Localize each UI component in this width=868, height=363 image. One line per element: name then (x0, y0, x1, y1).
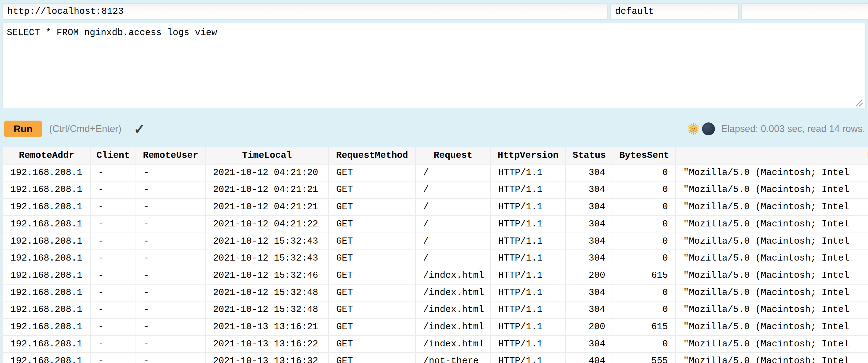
cell-remote-user: - (136, 181, 205, 198)
cell-client: - (90, 318, 136, 336)
cell-remote-user: - (136, 233, 205, 250)
cell-remote-user: - (136, 284, 205, 302)
cell-bytes-sent: 0 (613, 336, 676, 353)
cell-http-version: HTTP/1.1 (491, 216, 565, 233)
cell-status: 304 (565, 284, 613, 302)
cell-http-version: HTTP/1.1 (491, 198, 565, 216)
cell-remote-addr: 192.168.208.1 (3, 284, 90, 302)
new-moon-icon[interactable] (702, 122, 715, 135)
cell-remote-addr: 192.168.208.1 (3, 318, 90, 336)
cell-http-version: HTTP/1.1 (491, 250, 565, 267)
cell-time-local: 2021-10-12 15:32:46 (205, 267, 329, 284)
table-row: 192.168.208.1--2021-10-12 15:32:46GET/in… (3, 267, 868, 284)
cell-time-local: 2021-10-13 13:16:32 (205, 353, 329, 363)
cell-status: 304 (565, 198, 613, 216)
cell-request-method: GET (329, 198, 415, 216)
cell-status: 304 (565, 233, 613, 250)
cell-request-method: GET (329, 164, 415, 182)
cell-time-local: 2021-10-12 04:21:22 (205, 216, 329, 233)
cell-http-version: HTTP/1.1 (491, 233, 565, 250)
cell-status: 304 (565, 336, 613, 353)
column-header-status: Status (565, 147, 613, 164)
cell-status: 200 (565, 267, 613, 284)
cell-http-user-agent: "Mozilla/5.0 (Macintosh; Intel (676, 216, 868, 233)
cell-client: - (90, 336, 136, 353)
cell-request: /index.html (415, 301, 491, 318)
cell-request-method: GET (329, 250, 415, 267)
run-button[interactable]: Run (4, 120, 42, 137)
query-stats-text: Elapsed: 0.003 sec, read 14 rows. (721, 123, 865, 134)
cell-remote-addr: 192.168.208.1 (3, 164, 90, 182)
status-group: Elapsed: 0.003 sec, read 14 rows. (688, 120, 865, 137)
cell-http-version: HTTP/1.1 (491, 267, 565, 284)
cell-time-local: 2021-10-12 15:32:48 (205, 284, 329, 302)
cell-request: / (415, 164, 491, 182)
query-textarea[interactable]: SELECT * FROM nginxdb.access_logs_view (2, 23, 866, 108)
cell-http-user-agent: "Mozilla/5.0 (Macintosh; Intel (676, 250, 868, 267)
cell-http-user-agent: "Mozilla/5.0 (Macintosh; Intel (676, 198, 868, 216)
cell-remote-addr: 192.168.208.1 (3, 301, 90, 318)
table-row: 192.168.208.1--2021-10-13 13:16:32GET/no… (3, 353, 868, 363)
cell-http-version: HTTP/1.1 (491, 181, 565, 198)
cell-request-method: GET (329, 181, 415, 198)
cell-bytes-sent: 615 (613, 318, 676, 336)
column-header-remote-addr: RemoteAddr (3, 147, 90, 164)
cell-time-local: 2021-10-12 04:21:21 (205, 198, 329, 216)
cell-remote-addr: 192.168.208.1 (3, 181, 90, 198)
resize-handle-icon[interactable] (855, 99, 864, 107)
cell-request-method: GET (329, 301, 415, 318)
cell-time-local: 2021-10-12 15:32:43 (205, 233, 329, 250)
cell-remote-addr: 192.168.208.1 (3, 267, 90, 284)
check-mark-icon: ✓ (134, 121, 145, 137)
cell-remote-user: - (136, 164, 205, 182)
cell-client: - (90, 353, 136, 363)
server-url-input[interactable] (2, 3, 608, 20)
column-header-http-version: HttpVersion (491, 147, 565, 164)
table-row: 192.168.208.1--2021-10-12 15:32:43GET/HT… (3, 233, 868, 250)
results-area: RemoteAddrClientRemoteUserTimeLocalReque… (2, 147, 868, 363)
cell-bytes-sent: 0 (613, 250, 676, 267)
cell-client: - (90, 216, 136, 233)
cell-remote-addr: 192.168.208.1 (3, 336, 90, 353)
cell-time-local: 2021-10-13 13:16:21 (205, 318, 329, 336)
cell-status: 304 (565, 164, 613, 182)
cell-bytes-sent: 615 (613, 267, 676, 284)
cell-client: - (90, 267, 136, 284)
cell-remote-user: - (136, 301, 205, 318)
shortcut-hint: (Ctrl/Cmd+Enter) (49, 123, 121, 134)
cell-http-version: HTTP/1.1 (491, 336, 565, 353)
cell-time-local: 2021-10-12 15:32:43 (205, 250, 329, 267)
results-table: RemoteAddrClientRemoteUserTimeLocalReque… (2, 147, 868, 363)
cell-remote-user: - (136, 198, 205, 216)
sun-with-face-icon[interactable] (688, 123, 699, 135)
cell-client: - (90, 181, 136, 198)
cell-http-version: HTTP/1.1 (491, 353, 565, 363)
cell-bytes-sent: 0 (613, 216, 676, 233)
cell-request-method: GET (329, 267, 415, 284)
cell-status: 304 (565, 250, 613, 267)
cell-http-version: HTTP/1.1 (491, 301, 565, 318)
column-header-request: Request (415, 147, 491, 164)
table-row: 192.168.208.1--2021-10-12 15:32:43GET/HT… (3, 250, 868, 267)
table-row: 192.168.208.1--2021-10-13 13:16:22GET/in… (3, 336, 868, 353)
cell-client: - (90, 233, 136, 250)
cell-http-user-agent: "Mozilla/5.0 (Macintosh; Intel (676, 284, 868, 302)
cell-remote-addr: 192.168.208.1 (3, 198, 90, 216)
cell-remote-addr: 192.168.208.1 (3, 250, 90, 267)
table-row: 192.168.208.1--2021-10-13 13:16:21GET/in… (3, 318, 868, 336)
cell-request: / (415, 216, 491, 233)
toolbar: Run (Ctrl/Cmd+Enter) ✓ (4, 120, 145, 137)
cell-http-user-agent: "Mozilla/5.0 (Macintosh; Intel (676, 164, 868, 182)
cell-http-user-agent: "Mozilla/5.0 (Macintosh; Intel (676, 267, 868, 284)
table-row: 192.168.208.1--2021-10-12 04:21:21GET/HT… (3, 198, 868, 216)
cell-time-local: 2021-10-12 15:32:48 (205, 301, 329, 318)
table-row: 192.168.208.1--2021-10-12 04:21:21GET/HT… (3, 181, 868, 198)
cell-bytes-sent: 0 (613, 284, 676, 302)
cell-client: - (90, 198, 136, 216)
cell-remote-user: - (136, 250, 205, 267)
password-input[interactable] (741, 3, 868, 20)
cell-request-method: GET (329, 284, 415, 302)
cell-time-local: 2021-10-13 13:16:22 (205, 336, 329, 353)
cell-http-user-agent: "Mozilla/5.0 (Macintosh; Intel (676, 181, 868, 198)
user-input[interactable] (610, 3, 739, 20)
